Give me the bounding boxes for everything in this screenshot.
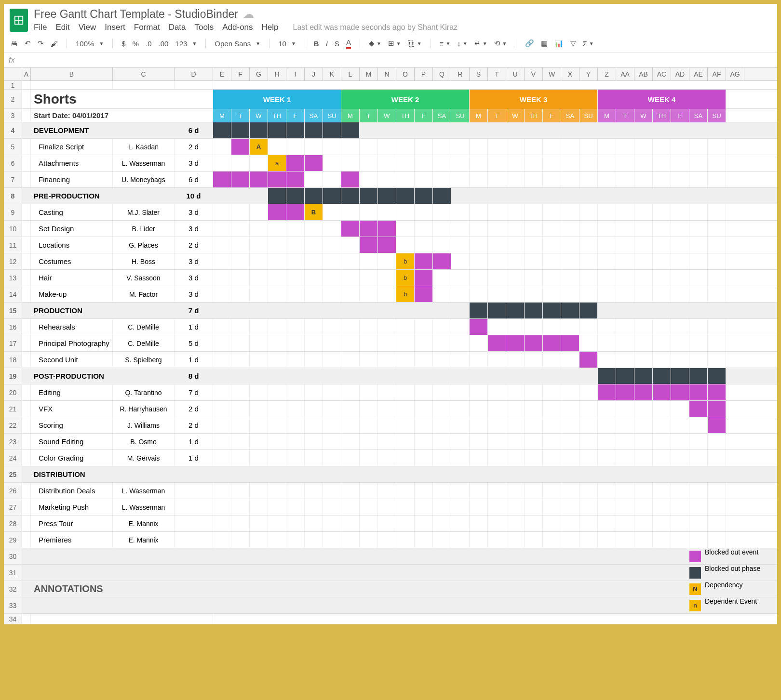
col-header[interactable]: E [213,68,231,80]
gantt-cell[interactable] [213,434,231,449]
task-row[interactable]: 28Press TourE. Mannix [4,515,777,532]
gantt-cell[interactable] [341,172,360,187]
gantt-cell[interactable] [286,368,305,384]
gantt-cell[interactable] [653,270,671,286]
gantt-cell[interactable] [598,368,616,384]
gantt-cell[interactable] [470,483,488,499]
gantt-cell[interactable] [488,319,506,335]
gantt-cell[interactable] [616,303,634,318]
gantt-cell[interactable] [250,319,268,335]
gantt-cell[interactable] [488,122,506,138]
gantt-cell[interactable] [543,270,561,286]
gantt-cell[interactable] [506,466,525,482]
gantt-cell[interactable] [598,139,616,155]
gantt-cell[interactable] [543,384,561,400]
gantt-cell[interactable] [433,335,451,351]
gantt-cell[interactable] [323,335,341,351]
gantt-cell[interactable] [579,253,598,269]
gantt-cell[interactable] [396,139,415,155]
gantt-cell[interactable] [415,483,433,499]
gantt-cell[interactable] [451,335,470,351]
gantt-cell[interactable] [616,515,634,531]
gantt-cell[interactable] [689,319,708,335]
gantt-cell[interactable] [470,270,488,286]
task-row[interactable]: 9CastingM.J. Slater3 dB [4,204,777,221]
gantt-cell[interactable] [250,352,268,368]
gantt-cell[interactable] [653,122,671,138]
gantt-cell[interactable] [634,253,653,269]
gantt-cell[interactable] [506,286,525,302]
gantt-cell[interactable] [360,499,378,515]
gantt-cell[interactable] [708,303,726,318]
menu-view[interactable]: View [79,23,96,32]
gantt-cell[interactable] [470,204,488,220]
gantt-cell[interactable] [451,368,470,384]
gantt-cell[interactable] [250,466,268,482]
gantt-cell[interactable] [396,335,415,351]
gantt-cell[interactable] [634,450,653,466]
gantt-cell[interactable] [451,401,470,417]
gantt-cell[interactable] [708,401,726,417]
gantt-cell[interactable] [323,172,341,187]
gantt-cell[interactable] [689,368,708,384]
gantt-cell[interactable] [378,417,396,433]
gantt-cell[interactable] [561,483,579,499]
gantt-cell[interactable] [415,319,433,335]
font-select[interactable]: Open Sans▼ [215,40,260,48]
gantt-cell[interactable] [231,155,250,171]
gantt-cell[interactable] [653,188,671,204]
gantt-cell[interactable] [616,237,634,253]
gantt-cell[interactable] [323,352,341,368]
gantt-cell[interactable] [506,434,525,449]
gantt-cell[interactable] [268,188,286,204]
gantt-cell[interactable] [653,172,671,187]
gantt-cell[interactable] [250,401,268,417]
gantt-cell[interactable] [451,499,470,515]
gantt-cell[interactable] [396,466,415,482]
gantt-cell[interactable] [598,270,616,286]
gantt-cell[interactable] [488,172,506,187]
gantt-cell[interactable] [305,384,323,400]
gantt-cell[interactable] [360,401,378,417]
gantt-cell[interactable] [250,335,268,351]
row-header[interactable]: 1 [4,81,22,89]
gantt-cell[interactable] [341,303,360,318]
gantt-cell[interactable] [360,155,378,171]
task-row[interactable]: 23Sound EditingB. Osmo1 d [4,434,777,450]
gantt-cell[interactable] [305,303,323,318]
gantt-cell[interactable] [671,172,689,187]
gantt-cell[interactable] [286,352,305,368]
gantt-cell[interactable] [488,466,506,482]
gantt-cell[interactable] [341,368,360,384]
gantt-cell[interactable] [634,139,653,155]
gantt-cell[interactable] [378,319,396,335]
gantt-cell[interactable] [286,532,305,548]
gantt-cell[interactable] [213,532,231,548]
gantt-cell[interactable] [525,466,543,482]
gantt-cell[interactable] [286,335,305,351]
text-color-icon[interactable]: A [346,38,351,49]
task-row[interactable]: 5Finalize ScriptL. Kasdan2 dA [4,139,777,155]
gantt-cell[interactable] [451,155,470,171]
gantt-cell[interactable] [470,417,488,433]
gantt-cell[interactable] [543,368,561,384]
gantt-cell[interactable] [451,483,470,499]
gantt-cell[interactable] [231,253,250,269]
gantt-cell[interactable] [525,188,543,204]
gantt-cell[interactable] [671,139,689,155]
gantt-cell[interactable] [231,237,250,253]
gantt-cell[interactable] [689,155,708,171]
task-row[interactable]: 13HairV. Sassoon3 db [4,270,777,286]
gantt-cell[interactable] [653,303,671,318]
gantt-cell[interactable] [506,450,525,466]
gantt-cell[interactable] [433,172,451,187]
col-header[interactable]: O [396,68,415,80]
gantt-cell[interactable] [213,319,231,335]
gantt-cell[interactable] [634,303,653,318]
gantt-cell[interactable] [579,122,598,138]
gantt-cell[interactable] [598,122,616,138]
gantt-cell[interactable] [341,450,360,466]
phase-row[interactable]: 19POST-PRODUCTION8 d [4,368,777,384]
gantt-cell[interactable] [286,450,305,466]
gantt-cell[interactable] [213,401,231,417]
